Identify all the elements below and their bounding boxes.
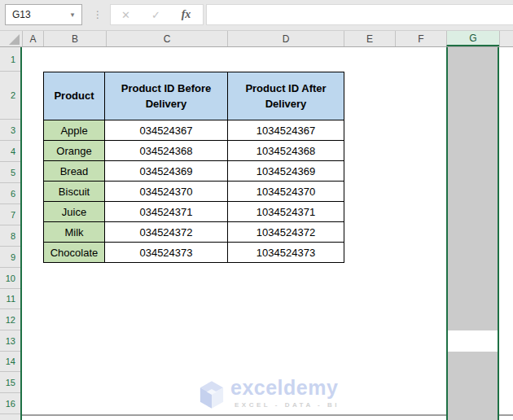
cell-id-after[interactable]: 1034524371 [228, 202, 344, 222]
enter-icon[interactable]: ✓ [141, 9, 171, 21]
column-header-e[interactable]: E [344, 31, 395, 46]
formula-bar-buttons: ✕ ✓ fx [110, 4, 204, 25]
cell-id-before[interactable]: 034524367 [105, 120, 228, 141]
row-header-3[interactable]: 3 [0, 120, 20, 141]
row-header-9[interactable]: 9 [0, 247, 20, 268]
cell-product[interactable]: Bread [44, 161, 105, 182]
cell-product[interactable]: Juice [44, 202, 105, 222]
row-header-7[interactable]: 7 [0, 204, 20, 225]
exceldemy-logo-icon [200, 380, 224, 409]
cell-id-after[interactable]: 1034524369 [228, 161, 344, 182]
excel-window: G13 ▾ ⋮ ✕ ✓ fx A B C D E F G 1 2 3 4 5 6… [0, 0, 513, 420]
cell-id-after[interactable]: 1034524368 [228, 141, 344, 161]
active-cell-g13[interactable] [448, 330, 498, 352]
chevron-down-icon[interactable]: ▾ [64, 11, 81, 19]
select-all-corner[interactable] [0, 31, 22, 46]
column-header-d[interactable]: D [227, 31, 344, 46]
column-header-a[interactable]: A [22, 31, 43, 46]
row-header-14[interactable]: 14 [0, 352, 20, 372]
header-id-before[interactable]: Product ID Before Delivery [105, 72, 228, 120]
table-header-row: Product Product ID Before Delivery Produ… [44, 72, 344, 120]
sheet-grid[interactable]: exceldemy EXCEL - DATA - BI Product Prod… [22, 47, 513, 420]
row-header-15[interactable]: 15 [0, 372, 20, 393]
row-header-13[interactable]: 13 [0, 330, 20, 352]
row-header-8[interactable]: 8 [0, 225, 20, 247]
row-header-17-partial[interactable] [0, 414, 20, 420]
row-header-16[interactable]: 16 [0, 393, 20, 414]
watermark-brand: exceldemy [230, 378, 340, 398]
table-row: Apple 034524367 1034524367 [44, 120, 344, 141]
row-header-6[interactable]: 6 [0, 183, 20, 204]
table-row: Juice 034524371 1034524371 [44, 202, 344, 222]
product-table: Product Product ID Before Delivery Produ… [43, 72, 344, 263]
cell-id-before[interactable]: 034524370 [105, 182, 228, 202]
row-header-1[interactable]: 1 [0, 47, 20, 72]
row-header-column: 1 2 3 4 5 6 7 8 9 10 11 12 13 14 15 16 [0, 47, 22, 420]
column-header-b[interactable]: B [43, 31, 106, 46]
header-id-after[interactable]: Product ID After Delivery [228, 72, 344, 120]
table-row: Bread 034524369 1034524369 [44, 161, 344, 182]
column-header-h-partial[interactable] [499, 31, 513, 46]
formula-input[interactable] [206, 4, 513, 25]
cell-id-before[interactable]: 034524369 [105, 161, 228, 182]
cell-product[interactable]: Chocolate [44, 243, 105, 263]
select-all-triangle-icon [9, 34, 20, 45]
watermark-tagline: EXCEL - DATA - BI [230, 401, 340, 409]
cell-id-after[interactable]: 1034524373 [228, 243, 344, 263]
table-row: Biscuit 034524370 1034524370 [44, 182, 344, 202]
row-header-12[interactable]: 12 [0, 309, 20, 330]
table-row: Milk 034524372 1034524372 [44, 222, 344, 243]
row-header-5[interactable]: 5 [0, 162, 20, 183]
name-box[interactable]: G13 ▾ [5, 4, 82, 25]
column-header-f[interactable]: F [395, 31, 446, 46]
table-row: Orange 034524368 1034524368 [44, 141, 344, 161]
insert-function-icon[interactable]: fx [171, 8, 201, 21]
cell-id-before[interactable]: 034524373 [105, 243, 228, 263]
cancel-icon[interactable]: ✕ [111, 9, 141, 21]
row-header-11[interactable]: 11 [0, 289, 20, 309]
grip-icon: ⋮ [92, 4, 103, 25]
cell-id-after[interactable]: 1034524370 [228, 182, 344, 202]
cell-id-after[interactable]: 1034524372 [228, 222, 344, 243]
header-product[interactable]: Product [44, 72, 105, 120]
cell-product[interactable]: Biscuit [44, 182, 105, 202]
cell-product[interactable]: Orange [44, 141, 105, 161]
watermark-text: exceldemy EXCEL - DATA - BI [230, 378, 340, 409]
row-header-2[interactable]: 2 [0, 72, 20, 120]
cell-product[interactable]: Apple [44, 120, 105, 141]
watermark: exceldemy EXCEL - DATA - BI [200, 378, 340, 409]
column-header-row: A B C D E F G [0, 31, 513, 47]
cell-id-before[interactable]: 034524372 [105, 222, 228, 243]
row-boundary-line [22, 414, 513, 416]
cell-product[interactable]: Milk [44, 222, 105, 243]
table-row: Chocolate 034524373 1034524373 [44, 243, 344, 263]
cell-id-before[interactable]: 034524371 [105, 202, 228, 222]
selected-column-g-highlight [446, 47, 499, 420]
column-header-g-selected[interactable]: G [446, 31, 499, 46]
cell-id-before[interactable]: 034524368 [105, 141, 228, 161]
row-header-10[interactable]: 10 [0, 268, 20, 289]
formula-bar-strip: G13 ▾ ⋮ ✕ ✓ fx [0, 0, 513, 31]
column-header-c[interactable]: C [106, 31, 227, 46]
cell-id-after[interactable]: 1034524367 [228, 120, 344, 141]
row-header-4[interactable]: 4 [0, 141, 20, 162]
name-box-value[interactable]: G13 [6, 9, 64, 20]
